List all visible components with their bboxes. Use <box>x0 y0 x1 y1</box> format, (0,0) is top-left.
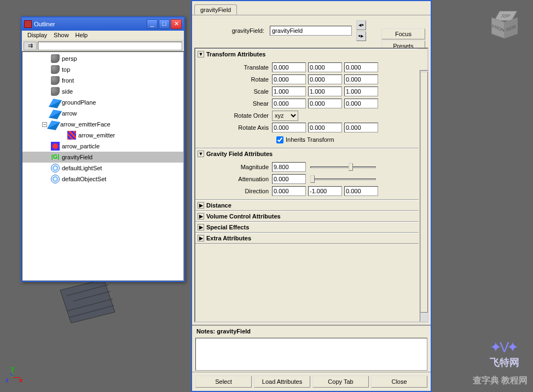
expand-icon: ▶ <box>198 202 204 209</box>
expand-icon: ▶ <box>198 224 204 230</box>
tree-item-label: persp <box>62 55 77 62</box>
direction-x[interactable] <box>272 186 306 196</box>
outliner-window: Outliner _ □ ✕ Display Show Help ⇉ persp… <box>21 16 185 282</box>
attr-scrollbar[interactable] <box>420 70 428 322</box>
copy-tab-button[interactable]: Copy Tab <box>312 376 369 388</box>
tree-item-arrow[interactable]: arrow <box>22 108 183 119</box>
section-gravity: ▼Gravity Field Attributes Magnitude Atte… <box>195 148 419 200</box>
attenuation-input[interactable] <box>272 174 306 184</box>
view-cube[interactable]: TOP FRONT SIDE <box>489 11 522 44</box>
tree-item-label: defaultLightSet <box>62 165 102 171</box>
tree-item-arrow_emitter[interactable]: arrow_emitter <box>22 130 183 141</box>
tree-item-defaultLightSet[interactable]: defaultLightSet <box>22 163 183 174</box>
tree-item-side[interactable]: side <box>22 86 183 97</box>
rotate-order-select[interactable]: xyz <box>272 111 298 121</box>
shear-x[interactable] <box>272 99 306 108</box>
expand-icon: ▶ <box>198 213 204 220</box>
maximize-button[interactable]: □ <box>159 19 170 29</box>
rotate-z[interactable] <box>344 74 378 84</box>
svg-marker-0 <box>60 279 115 323</box>
tree-item-persp[interactable]: persp <box>22 53 183 64</box>
notes-textarea[interactable] <box>195 338 427 371</box>
scale-z[interactable] <box>344 87 378 96</box>
tree-item-label: defaultObjectSet <box>62 176 106 182</box>
section-head-distance[interactable]: ▶Distance <box>195 200 419 210</box>
menu-display[interactable]: Display <box>24 32 50 39</box>
outliner-menubar: Display Show Help <box>22 31 184 41</box>
rotate-order-label: Rotate Order <box>195 112 272 119</box>
section-head-extra[interactable]: ▶Extra Attributes <box>195 233 419 243</box>
lock-icon[interactable]: ◂▪ <box>356 20 366 30</box>
direction-y[interactable] <box>308 186 342 196</box>
collapse-icon[interactable]: − <box>42 122 47 127</box>
magnitude-input[interactable] <box>272 162 306 172</box>
direction-label: Direction <box>195 188 272 194</box>
rotate-axis-z[interactable] <box>344 123 378 132</box>
attenuation-slider[interactable] <box>310 174 376 184</box>
axis-z-label: z <box>5 377 9 383</box>
direction-z[interactable] <box>344 186 378 196</box>
menu-help[interactable]: Help <box>72 32 91 39</box>
outliner-search-input[interactable] <box>38 42 182 50</box>
tree-item-defaultObjectSet[interactable]: defaultObjectSet <box>22 174 183 185</box>
close-panel-button[interactable]: Close <box>371 376 427 388</box>
menu-show[interactable]: Show <box>50 32 72 39</box>
scale-label: Scale <box>195 88 272 95</box>
tree-item-label: arrow_emitterFace <box>60 121 111 128</box>
tree-item-gravityField[interactable]: |G|gravityField <box>22 152 183 163</box>
viewport-geometry <box>55 274 120 328</box>
rotate-axis-label: Rotate Axis <box>195 124 272 131</box>
list-icon[interactable]: ▪▸ <box>356 31 366 41</box>
minimize-button[interactable]: _ <box>147 19 158 29</box>
translate-y[interactable] <box>308 62 342 72</box>
cam-icon <box>51 87 60 96</box>
tree-item-front[interactable]: front <box>22 75 183 86</box>
rotate-axis-y[interactable] <box>308 123 342 132</box>
translate-label: Translate <box>195 64 272 71</box>
filter-icon[interactable]: ⇉ <box>24 42 37 50</box>
cam-icon <box>51 76 60 85</box>
section-head-transform[interactable]: ▼Transform Attributes <box>195 49 419 59</box>
tree-item-arrow_emitterFace[interactable]: −arrow_emitterFace <box>22 119 183 130</box>
notes-label: Notes: gravityField <box>192 325 431 337</box>
rotate-x[interactable] <box>272 74 306 84</box>
mesh-icon <box>47 120 60 130</box>
rotate-axis-x[interactable] <box>272 123 306 132</box>
shear-y[interactable] <box>308 99 342 108</box>
outliner-titlebar[interactable]: Outliner _ □ ✕ <box>22 18 184 31</box>
shear-z[interactable] <box>344 99 378 108</box>
tree-item-groundPlane[interactable]: groundPlane <box>22 97 183 108</box>
part-icon <box>51 142 60 151</box>
rotate-y[interactable] <box>308 74 342 84</box>
section-head-special[interactable]: ▶Special Effects <box>195 222 419 232</box>
node-name-label: gravityField: <box>196 27 268 34</box>
outliner-tree[interactable]: persptopfrontsidegroundPlanearrow−arrow_… <box>22 51 184 281</box>
magnitude-slider[interactable] <box>310 162 376 172</box>
load-attributes-button[interactable]: Load Attributes <box>254 376 310 388</box>
translate-x[interactable] <box>272 62 306 72</box>
grav-icon: |G| <box>51 153 60 162</box>
tree-item-arrow_particle[interactable]: arrow_particle <box>22 141 183 152</box>
node-name-input[interactable] <box>270 26 352 36</box>
scale-y[interactable] <box>308 87 342 96</box>
tree-item-top[interactable]: top <box>22 64 183 75</box>
scale-x[interactable] <box>272 87 306 96</box>
tree-item-label: side <box>62 88 73 95</box>
inherits-transform-checkbox[interactable] <box>276 136 283 143</box>
cam-icon <box>51 54 60 63</box>
tab-gravityfield[interactable]: gravityField <box>194 4 237 15</box>
outliner-toolbar: ⇉ <box>22 41 184 51</box>
outliner-app-icon <box>24 20 32 28</box>
shear-label: Shear <box>195 100 272 107</box>
magnitude-label: Magnitude <box>195 164 272 170</box>
translate-z[interactable] <box>344 62 378 72</box>
close-button[interactable]: ✕ <box>171 19 182 29</box>
focus-button[interactable]: Focus <box>381 28 425 39</box>
expand-icon: ▶ <box>198 235 204 241</box>
section-head-gravity[interactable]: ▼Gravity Field Attributes <box>195 149 419 159</box>
attr-scroll-area[interactable]: ▼Transform Attributes Translate Rotate S… <box>194 48 428 322</box>
mesh-icon <box>49 99 62 108</box>
select-button[interactable]: Select <box>195 376 252 388</box>
section-head-volume[interactable]: ▶Volume Control Attributes <box>195 211 419 221</box>
tree-item-label: arrow_emitter <box>78 132 115 139</box>
